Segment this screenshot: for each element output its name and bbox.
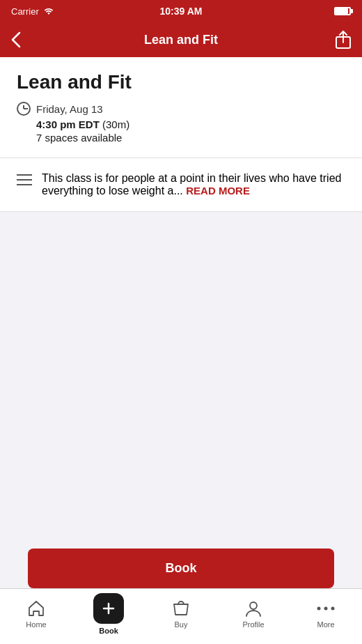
clock-icon xyxy=(17,102,31,116)
book-icon xyxy=(93,593,124,624)
tab-bar: Home Book Buy Profile xyxy=(0,588,362,644)
class-date-row: Friday, Aug 13 xyxy=(17,102,345,116)
nav-title: Lean and Fit xyxy=(144,33,218,47)
description-icon xyxy=(17,174,32,189)
class-title: Lean and Fit xyxy=(17,71,345,93)
tab-profile[interactable]: Profile xyxy=(217,599,290,629)
svg-point-6 xyxy=(250,602,257,609)
class-meta: Friday, Aug 13 4:30 pm EDT (30m) 7 space… xyxy=(17,102,345,144)
read-more-button[interactable]: READ MORE xyxy=(186,185,250,197)
book-button[interactable]: Book xyxy=(28,549,334,588)
carrier-label: Carrier xyxy=(11,6,39,17)
tab-book-label: Book xyxy=(99,627,118,635)
status-bar-left: Carrier xyxy=(11,6,54,17)
tab-home-label: Home xyxy=(26,620,46,629)
back-button[interactable] xyxy=(11,31,36,48)
description-content: This class is for people at a point in t… xyxy=(42,172,345,197)
status-bar: Carrier 10:39 AM xyxy=(0,0,362,22)
class-time-bold: 4:30 pm EDT xyxy=(36,118,100,130)
class-details-section: Lean and Fit Friday, Aug 13 4:30 pm EDT … xyxy=(0,57,362,158)
tab-buy[interactable]: Buy xyxy=(145,599,217,629)
status-bar-right xyxy=(334,7,351,15)
share-button[interactable] xyxy=(326,31,351,49)
class-date: Friday, Aug 13 xyxy=(36,103,103,115)
home-icon xyxy=(27,599,45,618)
tab-more-label: More xyxy=(317,620,334,629)
svg-point-9 xyxy=(331,606,335,610)
tab-book[interactable]: Book xyxy=(72,593,145,635)
gray-area xyxy=(0,212,362,532)
description-section: This class is for people at a point in t… xyxy=(0,158,362,211)
class-time: 4:30 pm EDT (30m) xyxy=(17,118,345,130)
class-duration: (30m) xyxy=(102,118,129,130)
class-spaces: 7 spaces available xyxy=(17,132,345,144)
more-icon xyxy=(317,599,335,618)
buy-icon xyxy=(172,599,190,618)
tab-more[interactable]: More xyxy=(290,599,362,629)
tab-profile-label: Profile xyxy=(242,620,264,629)
svg-point-7 xyxy=(317,606,321,610)
tab-home[interactable]: Home xyxy=(0,599,72,629)
svg-point-8 xyxy=(324,606,328,610)
book-button-container: Book xyxy=(0,549,362,588)
profile-icon xyxy=(244,599,262,618)
battery-icon xyxy=(334,7,351,15)
wifi-icon xyxy=(43,6,54,17)
tab-buy-label: Buy xyxy=(175,620,188,629)
status-bar-time: 10:39 AM xyxy=(160,6,203,17)
nav-bar: Lean and Fit xyxy=(0,22,362,57)
